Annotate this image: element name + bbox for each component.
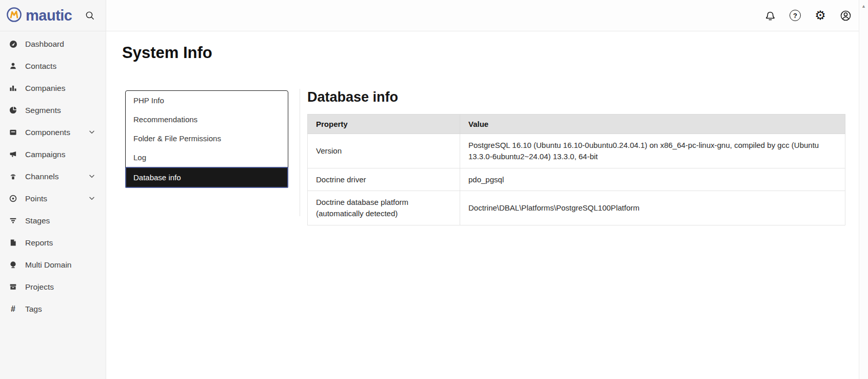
property-cell: Version: [308, 134, 460, 168]
notifications-bell-icon[interactable]: [764, 9, 776, 22]
question-mark-glyph: ?: [790, 10, 801, 21]
sidebar-item-label: Segments: [25, 106, 61, 115]
sidebar-item-campaigns[interactable]: Campaigns: [0, 143, 106, 165]
topbar-actions: ? ⚙: [764, 9, 868, 22]
sidebar-item-multi-domain[interactable]: Multi Domain: [0, 254, 106, 276]
property-cell: Doctrine driver: [308, 168, 460, 191]
settings-gear-icon[interactable]: ⚙: [814, 9, 826, 22]
sidebar-item-label: Contacts: [25, 62, 56, 71]
tab-php-info[interactable]: PHP Info: [126, 91, 288, 110]
tab-recommendations[interactable]: Recommendations: [126, 110, 288, 129]
sidebar-item-channels[interactable]: Channels: [0, 165, 106, 187]
table-row: Version PostgreSQL 16.10 (Ubuntu 16.10-0…: [308, 134, 845, 168]
building-icon: [9, 84, 17, 92]
broadcast-icon: [9, 173, 17, 180]
sidebar-item-label: Projects: [25, 282, 54, 292]
gauge-icon: [9, 40, 17, 48]
top-bar: mautic ? ⚙: [0, 0, 868, 31]
database-info-table: Property Value Version PostgreSQL 16.10 …: [307, 114, 845, 225]
sidebar-item-label: Reports: [25, 238, 53, 248]
sidebar-item-label: Components: [25, 128, 70, 137]
panel-heading: Database info: [307, 85, 845, 105]
sidebar-item-label: Tags: [25, 305, 42, 314]
system-info-tab-list: PHP Info Recommendations Folder & File P…: [125, 90, 288, 188]
archive-icon: [9, 283, 17, 291]
funnel-icon: [9, 217, 17, 224]
sidebar-item-label: Stages: [25, 216, 50, 225]
sidebar-item-companies[interactable]: Companies: [0, 77, 106, 99]
value-cell: pdo_pgsql: [460, 168, 845, 191]
gear-glyph: ⚙: [815, 9, 826, 22]
column-header-property: Property: [308, 115, 460, 134]
sidebar-item-stages[interactable]: Stages: [0, 210, 106, 232]
mautic-logo-text: mautic: [26, 7, 72, 24]
target-icon: [9, 195, 17, 202]
sidebar-item-label: Multi Domain: [25, 260, 71, 270]
sidebar-item-projects[interactable]: Projects: [0, 276, 106, 298]
chevron-down-icon[interactable]: [89, 175, 94, 178]
tab-log[interactable]: Log: [126, 148, 288, 167]
scrollbar-up-arrow-icon[interactable]: ▲: [859, 0, 868, 9]
sidebar-item-segments[interactable]: Segments: [0, 99, 106, 121]
sidebar-item-label: Companies: [25, 84, 65, 93]
pie-icon: [9, 106, 17, 114]
mautic-logo[interactable]: mautic: [6, 7, 72, 25]
account-icon[interactable]: [839, 9, 852, 22]
sidebar-item-label: Campaigns: [25, 150, 65, 159]
sidebar-item-label: Dashboard: [25, 40, 64, 49]
chevron-down-icon[interactable]: [89, 130, 94, 134]
sidebar-item-tags[interactable]: # Tags: [0, 298, 106, 320]
person-icon: [9, 62, 17, 70]
box-icon: [9, 128, 17, 136]
sidebar-item-label: Channels: [25, 172, 59, 181]
tab-folder-file-permissions[interactable]: Folder & File Permissions: [126, 129, 288, 148]
column-header-value: Value: [460, 115, 845, 134]
megaphone-icon: [9, 150, 17, 158]
value-cell: PostgreSQL 16.10 (Ubuntu 16.10-0ubuntu0.…: [460, 134, 845, 168]
database-info-panel: Database info Property Value Version Pos…: [307, 85, 845, 225]
sidebar-item-dashboard[interactable]: Dashboard: [0, 33, 106, 55]
topbar-logo-section: mautic: [0, 0, 106, 31]
table-row: Doctrine driver pdo_pgsql: [308, 168, 845, 191]
sidebar-nav: Dashboard Contacts Companies Segments Co…: [0, 31, 106, 379]
mautic-logo-icon: [6, 7, 22, 25]
page-title: System Info: [122, 44, 212, 62]
vertical-scrollbar[interactable]: ▲: [859, 0, 868, 379]
table-header-row: Property Value: [308, 115, 845, 134]
sidebar-item-reports[interactable]: Reports: [0, 232, 106, 254]
vertical-divider: [300, 89, 300, 216]
hash-icon: #: [9, 305, 17, 314]
document-icon: [9, 239, 17, 247]
globe-icon: [9, 261, 17, 269]
property-cell: Doctrine database platform (automaticall…: [308, 191, 460, 225]
sidebar-item-components[interactable]: Components: [0, 121, 106, 143]
table-row: Doctrine database platform (automaticall…: [308, 191, 845, 225]
chevron-down-icon[interactable]: [89, 197, 94, 200]
search-icon[interactable]: [85, 11, 95, 21]
sidebar-item-label: Points: [25, 194, 47, 203]
main-content: System Info PHP Info Recommendations Fol…: [106, 31, 859, 379]
tab-database-info[interactable]: Database info: [125, 167, 288, 188]
help-icon[interactable]: ?: [789, 9, 801, 22]
value-cell: Doctrine\DBAL\Platforms\PostgreSQL100Pla…: [460, 191, 845, 225]
sidebar-item-contacts[interactable]: Contacts: [0, 55, 106, 77]
sidebar-item-points[interactable]: Points: [0, 187, 106, 210]
